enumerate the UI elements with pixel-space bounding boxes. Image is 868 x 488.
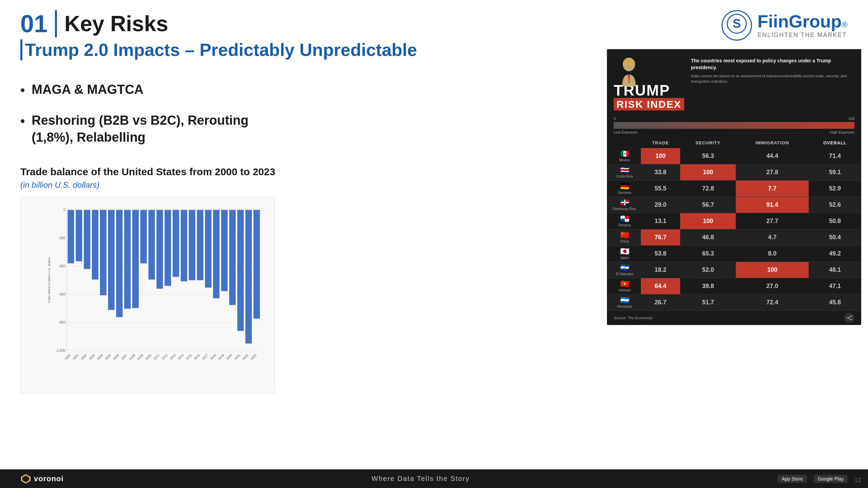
svg-text:2016: 2016 [193,353,201,361]
bullet-dot: • [20,113,25,129]
svg-text:2003: 2003 [88,353,96,361]
col-immigration: IMMIGRATION [736,138,809,148]
voronoi-text: voronoi [34,474,64,483]
col-country [607,138,641,148]
trump-right-text: The countries most exposed to policy cha… [691,56,854,84]
trump-table: TRADE SECURITY IMMIGRATION OVERALL 🇲🇽 Me… [607,138,861,311]
security-score: 65.3 [680,246,736,262]
share-icon[interactable] [844,313,854,323]
title-line1: 01 Key Risks [20,10,417,37]
bottom-bar: voronoi Where Data Tells the Story App S… [0,469,868,488]
country-flag: 🇯🇵 [620,248,629,255]
left-content: • MAGA & MAGTCA • Reshoring (B2B vs B2C)… [20,81,292,163]
country-name: Costa Rica [616,175,633,178]
country-flag: 🇩🇴 [620,199,629,206]
logo-registered: ® [842,21,848,29]
high-exposure-label: High Exposure [830,130,854,134]
svg-text:2022: 2022 [242,353,249,361]
chart-bar [149,210,155,279]
logo-text-block: Fiin Group ® ENLIGHTEN THE MARKET [757,13,848,39]
chart-bar [84,210,90,269]
chart-bar [181,210,187,281]
svg-text:2005: 2005 [104,353,112,361]
security-score: 52.0 [680,262,736,278]
chart-bar [229,210,236,305]
trump-word-block: TRUMP RISK INDEX [614,83,684,110]
table-row: 🇲🇽 Mexico 10056.344.471.4 [607,148,861,164]
overall-score: 50.8 [809,213,861,229]
overall-score: 52.6 [809,197,861,213]
svg-text:Trade deficit in billion U.S. : Trade deficit in billion U.S. dollars [47,257,51,303]
svg-text:2012: 2012 [161,353,169,361]
svg-text:2009: 2009 [137,353,144,361]
bullet-dot: • [20,82,25,99]
chart-bar [68,210,74,263]
country-flag: 🇲🇽 [620,150,629,158]
trade-score: 100 [641,148,680,164]
chart-container: Trade deficit in billion U.S. dollars0-2… [20,197,275,393]
chart-bar [213,210,219,298]
chart-bar [245,210,252,343]
trade-score: 53.8 [641,246,680,262]
security-score: 46.8 [680,229,736,246]
source-text: Source: The Economist [614,316,652,320]
chart-bar [108,210,115,310]
voronoi-icon [20,473,31,484]
country-cell: 🇻🇳 Vietnam [607,278,641,294]
chart-bar [92,210,98,279]
country-name: Dominican Rep. [612,207,636,211]
exposure-low-num: 0 [614,117,616,121]
table-row: 🇩🇴 Dominican Rep. 29.056.791.452.6 [607,197,861,213]
chart-bar [157,210,163,288]
svg-text:-1,000: -1,000 [56,349,65,352]
table-row: 🇩🇪 Germany 55.572.87.752.9 [607,181,861,197]
svg-text:2015: 2015 [185,353,193,361]
immigration-score: 8.0 [736,246,809,262]
app-store-badge[interactable]: App Store [777,475,807,483]
chart-bar [173,210,179,277]
svg-text:S: S [733,17,741,30]
exposure-labels: Low Exposure High Exposure [614,130,854,134]
source-bar: Source: The Economist [607,311,861,325]
overall-score: 49.2 [809,246,861,262]
trade-score: 18.2 [641,262,680,278]
svg-text:0: 0 [63,208,65,212]
svg-line-44 [848,316,851,318]
logo-fiin: Fiin [757,13,789,30]
table-header: TRADE SECURITY IMMIGRATION OVERALL [607,138,861,148]
overall-score: 47.1 [809,278,861,294]
table-body: 🇲🇽 Mexico 10056.344.471.4 🇨🇷 Costa Rica … [607,148,861,311]
immigration-score: 27.7 [736,213,809,229]
security-score: 51.7 [680,294,736,311]
svg-text:-800: -800 [58,321,65,324]
country-cell: 🇲🇽 Mexico [607,148,641,164]
sub-title: Trump 2.0 Impacts – Predictably Unpredic… [20,39,417,60]
trade-score: 55.5 [641,181,680,197]
security-score: 72.8 [680,181,736,197]
list-item: • MAGA & MAGTCA [20,81,292,99]
table-row: 🇨🇷 Costa Rica 33.810027.859.1 [607,164,861,181]
svg-line-45 [848,318,851,320]
country-flag: 🇸🇻 [620,264,629,271]
trump-title-section: TRUMP RISK INDEX [614,56,684,110]
svg-text:-400: -400 [58,264,65,268]
country-name: El Salvador [616,272,633,276]
bullet-list: • MAGA & MAGTCA • Reshoring (B2B vs B2C)… [20,81,292,146]
chart-bar [254,210,260,319]
country-cell: 🇨🇷 Costa Rica [607,164,641,181]
trade-score: 29.0 [641,197,680,213]
chart-bar [189,210,195,280]
logo-group: Group [789,13,842,30]
bullet-text-1: MAGA & MAGTCA [32,81,143,98]
svg-text:2021: 2021 [234,353,241,361]
table-row: 🇻🇳 Vietnam 64.439.827.047.1 [607,278,861,294]
google-play-badge[interactable]: Google Play [814,475,848,483]
svg-text:-600: -600 [58,292,65,296]
country-flag: 🇨🇷 [620,166,629,174]
trump-desc-sub: Index scores are based on an assessment … [691,74,854,84]
svg-text:2008: 2008 [129,353,136,361]
title-block: 01 Key Risks Trump 2.0 Impacts – Predict… [20,10,417,60]
svg-text:2006: 2006 [113,353,120,361]
chart-bar [124,210,131,308]
chart-bar [116,210,122,317]
